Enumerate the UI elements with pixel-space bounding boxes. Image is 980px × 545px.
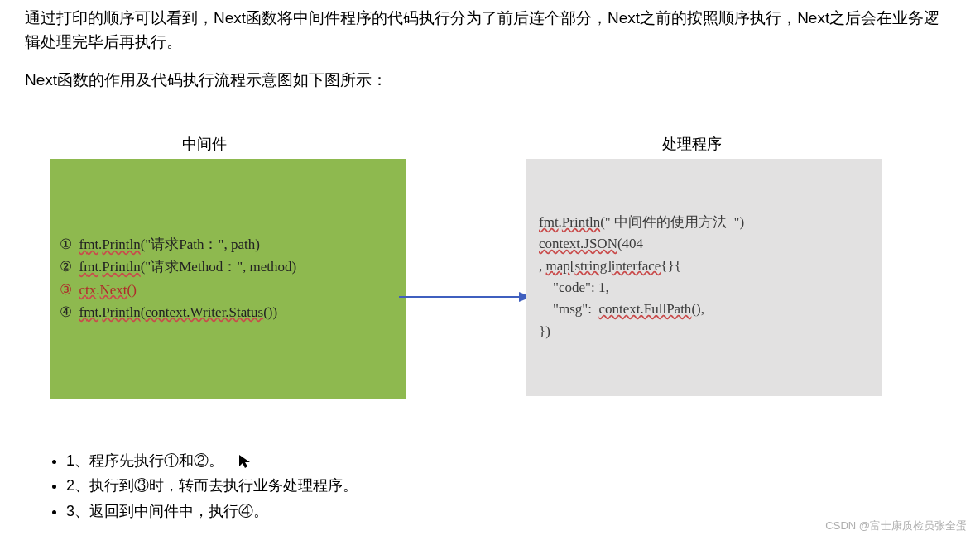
handler-box: fmt.Println(" 中间件的使用方法 ") context.JSON(4… (526, 159, 882, 396)
list-item: 2、执行到③时，转而去执行业务处理程序。 (66, 473, 980, 499)
diagram: 中间件 处理程序 ① fmt.Println("请求Path：", path) … (25, 134, 980, 423)
r-code-line-2: context.JSON(404 (539, 233, 868, 255)
code-line-3: ③ ctx.Next() (60, 279, 396, 301)
code-line-1: ① fmt.Println("请求Path：", path) (60, 233, 396, 256)
paragraph-2: Next函数的作用及代码执行流程示意图如下图所示： (25, 69, 955, 93)
r-code-line-3: , map[string]interface{}{ (539, 256, 868, 277)
r-code-line-4: "code": 1, (539, 277, 868, 299)
watermark-text: CSDN @富士康质检员张全蛋 (825, 519, 967, 533)
left-box-title: 中间件 (182, 134, 227, 154)
middleware-box: ① fmt.Println("请求Path：", path) ② fmt.Pri… (50, 159, 406, 399)
r-code-line-6: }) (539, 321, 868, 342)
steps-list: 1、程序先执行①和②。 2、执行到③时，转而去执行业务处理程序。 3、返回到中间… (0, 448, 980, 524)
arrow-icon (399, 284, 531, 309)
r-code-line-1: fmt.Println(" 中间件的使用方法 ") (539, 212, 868, 233)
cursor-icon (238, 456, 252, 472)
r-code-line-5: "msg": context.FullPath(), (539, 299, 868, 320)
code-line-4: ④ fmt.Println(context.Writer.Status()) (60, 301, 396, 323)
paragraph-1: 通过打印的顺序可以看到，Next函数将中间件程序的代码执行分为了前后连个部分，N… (25, 7, 955, 54)
right-box-title: 处理程序 (662, 134, 722, 154)
list-item: 1、程序先执行①和②。 (66, 448, 980, 474)
code-line-2: ② fmt.Println("请求Method：", method) (60, 256, 396, 278)
